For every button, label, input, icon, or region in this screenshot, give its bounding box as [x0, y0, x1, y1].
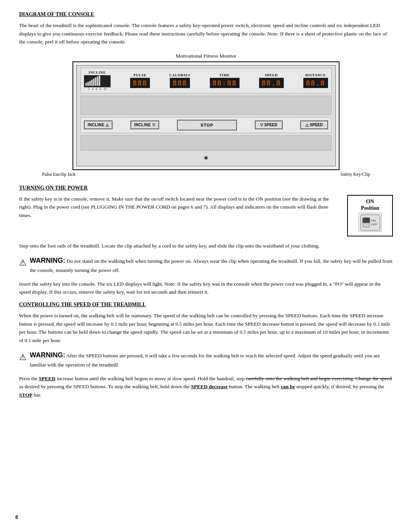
distance-display-unit: DISTANCE 88.8 [303, 73, 328, 88]
turning-on-section: TURNING ON THE POWER If the safety key i… [19, 185, 393, 236]
pulse-label: PULSE [134, 73, 146, 77]
on-position-title: ON Position [352, 199, 388, 212]
step-text: Step onto the foot rails of the treadmil… [19, 242, 393, 250]
incline-label: INCLINE [89, 71, 106, 74]
svg-rect-2 [363, 218, 370, 223]
incline-display-unit: INCLINE 246810 [84, 71, 111, 91]
pulse-jack-label: Pulse Earclip Jack [42, 172, 76, 177]
incline-up-button[interactable]: INCLINE △ [84, 121, 113, 129]
controlling-section: CONTROLLING THE SPEED OF THE TREADMILL W… [19, 302, 393, 344]
safety-key-label: Safety Key/Clip [340, 172, 370, 177]
time-label: TIME [219, 73, 230, 77]
warning-block-1: ⚠ WARNING: Do not stand on the walking b… [19, 255, 393, 274]
intro-text: The heart of the treadmill is the sophis… [19, 21, 393, 46]
controlling-title: CONTROLLING THE SPEED OF THE TREADMILL [19, 302, 393, 308]
distance-label: DISTANCE [305, 73, 326, 77]
incline-down-button[interactable]: INCLINE ▽ [130, 121, 159, 129]
warning-text-1: WARNING: Do not stand on the walking bel… [30, 255, 393, 274]
pulse-screen: 888 [130, 78, 150, 88]
calories-label: CALORIES [169, 73, 190, 77]
pulse-display-unit: PULSE 888 [130, 73, 150, 88]
controlling-text: When the power is turned on, the walking… [19, 312, 393, 344]
speed-up-button[interactable]: △ SPEED [300, 121, 328, 129]
speed-label: SPEED [265, 73, 278, 77]
connector-area [80, 152, 332, 164]
turning-on-title: TURNING ON THE POWER [19, 185, 393, 191]
bottom-console-area [80, 135, 332, 151]
console-inner: INCLINE 246810 [76, 65, 336, 166]
time-display-unit: TIME 88:88 [210, 73, 240, 88]
calories-display-unit: CALORIES 888 [169, 73, 190, 88]
diagram-title: Motivational Fitness Monitor [19, 53, 393, 59]
incline-bar-visual [84, 75, 111, 87]
section-title-diagram: DIAGRAM OF THE CONSOLE [19, 11, 393, 18]
svg-text:ON: ON [371, 219, 376, 222]
warning-icon-1: ⚠ [19, 256, 27, 269]
stop-button[interactable]: STOP [177, 120, 237, 130]
final-text: Press the SPEED increase button until th… [19, 374, 393, 399]
on-position-box: ON Position ON OFF [347, 195, 393, 236]
power-section-flex: If the safety key is in the console, rem… [19, 195, 393, 236]
diagram-section: Motivational Fitness Monitor INCLINE [19, 53, 393, 177]
warning-block-2: ⚠ WARNING: After the SPEED buttons are p… [19, 350, 393, 369]
connector-dot [204, 156, 208, 159]
svg-text:OFF: OFF [371, 223, 377, 226]
distance-screen: 88.8 [303, 78, 328, 88]
speed-display-unit: SPEED 88.8 [259, 73, 284, 88]
speed-down-button[interactable]: ▽ SPEED [255, 121, 283, 129]
display-row: INCLINE 246810 [80, 68, 332, 93]
insert-text: Insert the safety key into the console. … [19, 280, 393, 296]
warning-icon-2: ⚠ [19, 350, 27, 364]
console-outer: INCLINE 246810 [72, 61, 340, 170]
on-position-image: ON OFF [359, 213, 381, 232]
turning-on-text: If the safety key is in the console, rem… [19, 195, 340, 220]
speed-screen: 88.8 [259, 78, 284, 88]
time-screen: 88:88 [210, 78, 240, 88]
diagram-labels-row: Pulse Earclip Jack Safety Key/Clip [19, 172, 393, 177]
middle-blank-row [80, 96, 332, 115]
button-row: INCLINE △ INCLINE ▽ STOP ▽ SPEED △ SPEED [80, 117, 332, 133]
calories-screen: 888 [170, 78, 190, 88]
warning-text-2: WARNING: After the SPEED buttons are pre… [30, 350, 393, 369]
